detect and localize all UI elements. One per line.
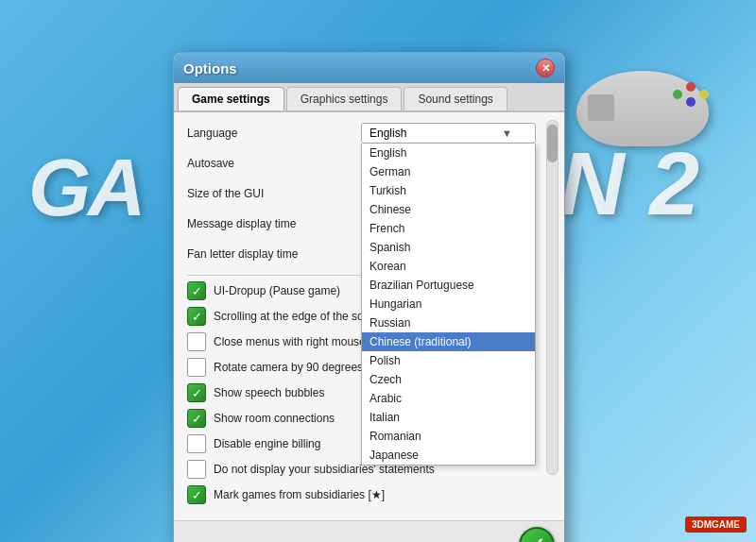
bg-logo-left: GA (28, 142, 144, 234)
checkbox-scroll-edge-box[interactable]: ✓ (187, 307, 206, 326)
autosave-label: Autosave (187, 157, 234, 170)
dropdown-item-english[interactable]: English (362, 144, 535, 162)
checkbox-close-menus-box[interactable] (187, 332, 206, 351)
language-dropdown[interactable]: English ▼ English German Turkish Chinese… (361, 123, 536, 144)
dropdown-selected-value: English (369, 127, 406, 140)
checkbox-mark-games: ✓ Mark games from subsidiaries [★] (187, 485, 536, 504)
scrollbar-thumb[interactable] (547, 125, 558, 162)
dropdown-item-chinese-traditional[interactable]: Chinese (traditional) (362, 332, 535, 351)
tab-game-settings[interactable]: Game settings (178, 87, 284, 110)
message-display-label: Message display time (187, 217, 296, 230)
dropdown-item-czech[interactable]: Czech (362, 370, 535, 389)
dropdown-item-hungarian[interactable]: Hungarian (362, 295, 535, 313)
dropdown-item-chinese[interactable]: Chinese (362, 200, 535, 219)
scrollbar[interactable] (546, 120, 558, 475)
checkbox-no-subsidiaries-box[interactable] (187, 460, 206, 479)
gui-size-label: Size of the GUI (187, 187, 264, 200)
dropdown-item-polish[interactable]: Polish (362, 351, 535, 370)
checkbox-ui-popup-label: UI-Dropup (Pause game) (214, 284, 340, 297)
checkbox-disable-billing-label: Disable engine billing (214, 437, 320, 450)
dialog-title: Options (183, 60, 237, 76)
dropdown-item-korean[interactable]: Korean (362, 257, 535, 276)
dropdown-item-arabic[interactable]: Arabic (362, 389, 535, 408)
dropdown-item-russian[interactable]: Russian (362, 313, 535, 332)
dropdown-item-romanian[interactable]: Romanian (362, 427, 535, 446)
ok-button[interactable]: ✓ (519, 527, 555, 542)
tabs-container: Game settings Graphics settings Sound se… (174, 83, 564, 112)
dialog-titlebar: Options ✕ (174, 53, 564, 83)
checkbox-room-connections-box[interactable]: ✓ (187, 409, 206, 428)
checkbox-speech-bubbles-label: Show speech bubbles (214, 386, 324, 399)
close-button[interactable]: ✕ (536, 59, 555, 77)
checkbox-rotate-camera-label: Rotate camera by 90 degrees (214, 361, 363, 374)
gamepad-decoration (576, 71, 709, 161)
checkbox-speech-bubbles-box[interactable]: ✓ (187, 383, 206, 402)
checkbox-mark-games-box[interactable]: ✓ (187, 485, 206, 504)
language-dropdown-list[interactable]: English German Turkish Chinese French Sp… (361, 144, 536, 466)
dropdown-item-turkish[interactable]: Turkish (362, 181, 535, 200)
dropdown-arrow-icon: ▼ (502, 127, 512, 139)
language-setting-row: Language English ▼ English German Turkis… (187, 122, 536, 144)
dropdown-display[interactable]: English ▼ (361, 123, 536, 144)
corner-logo: 3DMGAME (685, 517, 747, 533)
dropdown-item-german[interactable]: German (362, 162, 535, 181)
checkbox-ui-popup-box[interactable]: ✓ (187, 281, 206, 300)
tab-graphics-settings[interactable]: Graphics settings (286, 87, 403, 110)
checkbox-room-connections-label: Show room connections (214, 412, 335, 425)
dropdown-item-brazilian-portuguese[interactable]: Brazilian Portuguese (362, 276, 535, 295)
dropdown-item-spanish[interactable]: Spanish (362, 238, 535, 257)
dropdown-item-japanese[interactable]: Japanese (362, 446, 535, 465)
tab-sound-settings[interactable]: Sound settings (404, 87, 507, 110)
checkbox-scroll-edge-label: Scrolling at the edge of the screen (214, 310, 386, 323)
dialog-footer: ✓ (174, 520, 564, 542)
language-label: Language (187, 127, 237, 140)
checkbox-mark-games-label: Mark games from subsidiaries [★] (214, 488, 385, 501)
checkbox-rotate-camera-box[interactable] (187, 358, 206, 377)
checkbox-disable-billing-box[interactable] (187, 434, 206, 453)
dialog-body: Language English ▼ English German Turkis… (174, 112, 564, 520)
options-dialog: Options ✕ Game settings Graphics setting… (173, 52, 565, 542)
dropdown-item-italian[interactable]: Italian (362, 408, 535, 427)
fan-letter-label: Fan letter display time (187, 247, 298, 261)
dropdown-item-french[interactable]: French (362, 219, 535, 238)
